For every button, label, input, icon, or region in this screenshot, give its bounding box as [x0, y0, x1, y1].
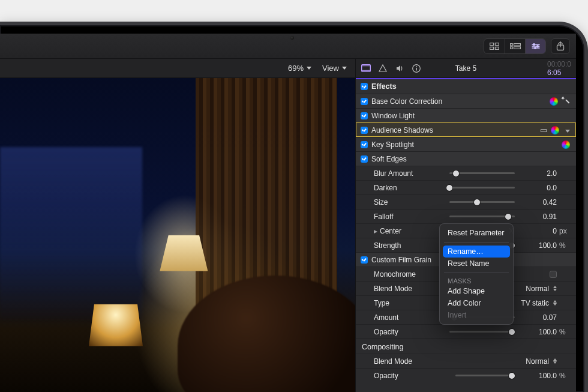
- app-toolbar: [0, 34, 576, 59]
- tab-color-icon[interactable]: [377, 63, 388, 74]
- value-opacity-grain[interactable]: 100.0: [518, 328, 557, 336]
- value-size[interactable]: 0.42: [518, 198, 557, 207]
- svg-rect-0: [490, 43, 494, 45]
- svg-rect-3: [495, 47, 499, 49]
- svg-rect-16: [362, 66, 371, 71]
- param-size: Size 0.42: [356, 194, 576, 209]
- effect-options-dropdown[interactable]: [563, 126, 570, 134]
- effect-checkbox[interactable]: [361, 112, 368, 119]
- app-window: 69% View: [0, 34, 576, 392]
- effect-row-window-light[interactable]: Window Light: [356, 108, 576, 122]
- value-comp-opacity[interactable]: 100.0: [518, 372, 557, 380]
- ctx-section-masks: MASKS: [443, 276, 510, 285]
- layout-segmented: [484, 38, 546, 54]
- laptop-bezel: 69% View: [0, 22, 588, 392]
- timecode[interactable]: 00:00:06:05: [547, 60, 571, 77]
- svg-rect-20: [416, 68, 417, 71]
- value-falloff[interactable]: 0.91: [518, 213, 557, 221]
- svg-point-19: [416, 66, 417, 67]
- effect-checkbox[interactable]: [361, 127, 368, 134]
- svg-rect-5: [510, 46, 512, 49]
- layout-inspector-button[interactable]: [525, 39, 545, 53]
- svg-rect-6: [514, 43, 520, 46]
- viewer-canvas[interactable]: [0, 78, 355, 392]
- svg-rect-2: [490, 47, 494, 49]
- svg-rect-1: [495, 43, 499, 45]
- ctx-add-shape[interactable]: Add Shape: [443, 285, 510, 297]
- effect-row-base-color[interactable]: Base Color Correction: [356, 94, 576, 108]
- share-button[interactable]: [551, 38, 570, 54]
- value-blur-amount[interactable]: 2.0: [518, 169, 557, 178]
- type-popup[interactable]: TV static: [521, 299, 557, 307]
- comp-blend-mode-popup[interactable]: Normal: [526, 357, 557, 366]
- slider-falloff[interactable]: [446, 216, 518, 217]
- ctx-add-color[interactable]: Add Color: [443, 297, 510, 309]
- effect-checkbox[interactable]: [361, 141, 368, 148]
- svg-rect-7: [514, 46, 520, 49]
- slider-darken[interactable]: [446, 187, 518, 188]
- param-comp-opacity: Opacity 100.0 %: [356, 368, 576, 382]
- viewer-pane: 69% View: [0, 59, 355, 392]
- value-amount[interactable]: 0.07: [518, 313, 557, 322]
- ctx-invert: Invert: [443, 309, 510, 321]
- color-wheel-icon[interactable]: [551, 126, 559, 134]
- disclosure-icon[interactable]: ▸: [374, 227, 380, 235]
- effect-checkbox[interactable]: [361, 98, 368, 105]
- viewer-toolbar: 69% View: [0, 59, 355, 78]
- wand-icon[interactable]: [562, 97, 570, 106]
- slider-size[interactable]: [446, 201, 518, 203]
- tab-info-icon[interactable]: [411, 63, 422, 74]
- value-darken[interactable]: 0.0: [518, 184, 557, 192]
- value-center-x[interactable]: 0: [518, 227, 557, 235]
- compositing-section-header[interactable]: Compositing: [356, 339, 576, 354]
- effect-checkbox[interactable]: [361, 256, 368, 264]
- camera-dot: [290, 36, 294, 40]
- svg-point-12: [536, 45, 538, 47]
- tab-video-icon[interactable]: [361, 63, 371, 74]
- param-opacity-grain: Opacity 100.0 %: [356, 324, 576, 339]
- mask-icon[interactable]: [540, 125, 547, 134]
- effects-section-label: Effects: [371, 82, 397, 91]
- slider-opacity-grain[interactable]: [446, 331, 518, 333]
- effect-row-audience-shadows[interactable]: Audience Shadows: [356, 122, 576, 137]
- param-darken: Darken 0.0: [356, 180, 576, 194]
- inspector-header: Take 5 00:00:06:05: [356, 59, 576, 78]
- monochrome-checkbox[interactable]: [550, 271, 557, 278]
- effect-checkbox[interactable]: [361, 155, 368, 163]
- preview-image: [0, 78, 355, 392]
- blend-mode-popup[interactable]: Normal: [526, 285, 557, 293]
- param-comp-blend-mode: Blend Mode Normal: [356, 354, 576, 368]
- svg-rect-4: [510, 43, 512, 46]
- effect-row-key-spotlight[interactable]: Key Spotlight: [356, 137, 576, 151]
- color-wheel-icon[interactable]: [562, 140, 570, 149]
- param-falloff: Falloff 0.91: [356, 209, 576, 223]
- color-wheel-icon[interactable]: [550, 97, 558, 106]
- effects-list: Base Color Correction Window Light Au: [356, 94, 576, 166]
- ctx-rename[interactable]: Rename…: [443, 246, 510, 258]
- ctx-reset-name[interactable]: Reset Name: [443, 258, 510, 270]
- zoom-menu[interactable]: 69%: [288, 64, 311, 73]
- effects-checkbox[interactable]: [361, 83, 368, 90]
- layout-grid-button[interactable]: [484, 39, 505, 53]
- slider-blur-amount[interactable]: [446, 172, 518, 174]
- param-blur-amount: Blur Amount 2.0: [356, 166, 576, 180]
- effect-row-soft-edges[interactable]: Soft Edges: [356, 151, 576, 166]
- effects-section-header[interactable]: Effects: [356, 79, 576, 94]
- svg-marker-17: [379, 65, 386, 71]
- tab-audio-icon[interactable]: [394, 63, 405, 74]
- ctx-reset-parameter[interactable]: Reset Parameter: [443, 227, 510, 239]
- svg-point-13: [534, 47, 536, 49]
- inspector-pane: Take 5 00:00:06:05 Effects Base Color Co…: [355, 59, 576, 392]
- value-strength[interactable]: 100.0: [518, 241, 557, 250]
- svg-point-11: [533, 43, 535, 45]
- view-menu[interactable]: View: [322, 64, 347, 73]
- context-menu: Reset Parameter Rename… Reset Name MASKS…: [439, 223, 514, 325]
- layout-compact-button[interactable]: [505, 39, 525, 53]
- slider-comp-opacity[interactable]: [452, 375, 518, 376]
